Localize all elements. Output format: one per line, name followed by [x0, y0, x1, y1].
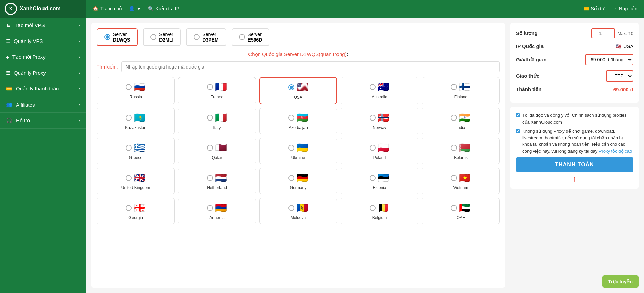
- qty-input[interactable]: [591, 28, 615, 38]
- country-card-russia[interactable]: 🇷🇺Russia: [97, 77, 175, 104]
- flag-netherlands: 🇳🇱: [215, 172, 227, 183]
- affiliates-icon: 👥: [6, 102, 12, 108]
- country-card-moldova[interactable]: 🇲🇩Moldova: [259, 198, 337, 224]
- flag-india: 🇮🇳: [459, 112, 471, 123]
- radio-belarus: [451, 145, 457, 151]
- checkbox-terms[interactable]: [516, 113, 520, 117]
- home-icon: 🏠: [93, 6, 98, 11]
- flag-finland: 🇫🇮: [459, 81, 471, 92]
- server-tab-label-d2mli: Server D2MLI: [159, 32, 173, 43]
- balance-icon: 💳: [583, 6, 589, 11]
- country-card-poland[interactable]: 🇵🇱Poland: [341, 138, 418, 164]
- search-label: Tìm kiếm:: [97, 64, 118, 70]
- flag-france: 🇫🇷: [215, 81, 227, 92]
- manage-vps-icon: ☰: [6, 38, 10, 44]
- country-card-azerbaijan[interactable]: 🇦🇿Azerbaijan: [259, 108, 337, 134]
- user-menu[interactable]: 👤 ▼: [129, 6, 141, 11]
- vps-icon: 🖥: [6, 23, 11, 28]
- country-card-qatar[interactable]: 🇶🇦Qatar: [178, 138, 256, 164]
- server-tab-d3pem[interactable]: Server D3PEM: [186, 28, 226, 46]
- chevron-icon-4: ›: [79, 71, 80, 75]
- country-card-greece[interactable]: 🇬🇷Greece: [97, 138, 175, 164]
- checkbox-noproxy[interactable]: [516, 129, 520, 133]
- country-card-italy[interactable]: 🇮🇹Italy: [178, 108, 256, 134]
- radio-finland: [451, 84, 457, 90]
- country-name-usa: USA: [294, 95, 302, 100]
- sidebar-item-support[interactable]: 🎧 Hỗ trợ ›: [0, 113, 86, 129]
- flag-russia: 🇷🇺: [134, 81, 146, 92]
- flag-armenia: 🇦🇲: [215, 202, 227, 213]
- flag-qatar: 🇶🇦: [215, 142, 227, 153]
- country-name-greece: Greece: [129, 155, 142, 160]
- search-icon: 🔍: [148, 6, 154, 11]
- sidebar-item-create-vps[interactable]: 🖥 Tạo mới VPS ›: [0, 18, 86, 33]
- country-card-finland[interactable]: 🇫🇮Finland: [422, 77, 500, 104]
- country-name-belarus: Belarus: [454, 155, 468, 160]
- sidebar-item-payment[interactable]: 💳 Quản lý thanh toán ›: [0, 81, 86, 97]
- sidebar-label-manage-proxy: Quản lý Proxy: [14, 70, 46, 76]
- country-name-kazakhstan: Kazakhstan: [125, 125, 146, 130]
- country-card-kazakhstan[interactable]: 🇰🇿Kazakhstan: [97, 108, 175, 134]
- country-card-georgia[interactable]: 🇬🇪Georgia: [97, 198, 175, 224]
- country-name-finland: Finland: [454, 95, 467, 99]
- country-name-georgia: Georgia: [128, 215, 143, 220]
- ip-value: 🇺🇸 USA: [616, 44, 633, 49]
- topbar: 🏠 Trang chủ 👤 ▼ 🔍 Kiểm tra IP 💳 Số dư: →…: [86, 0, 644, 18]
- topup-button[interactable]: → Nạp tiền: [612, 6, 637, 11]
- server-tab-d2mli[interactable]: Server D2MLI: [143, 28, 181, 46]
- country-card-netherlands[interactable]: 🇳🇱Netherland: [178, 168, 256, 194]
- country-card-uk[interactable]: 🇬🇧United Kingdom: [97, 168, 175, 194]
- online-badge[interactable]: Trực tuyến: [602, 275, 639, 288]
- flag-georgia: 🇬🇪: [134, 202, 146, 213]
- price-select[interactable]: 69.000 đ /tháng: [585, 54, 633, 65]
- sidebar-item-manage-proxy[interactable]: ☰ Quản lý Proxy ›: [0, 65, 86, 81]
- country-card-france[interactable]: 🇫🇷France: [178, 77, 256, 104]
- radio-qatar: [207, 145, 213, 151]
- sidebar-item-affiliates[interactable]: 👥 Affiliates ›: [0, 97, 86, 113]
- topup-label: Nạp tiền: [619, 6, 637, 11]
- sidebar-item-create-proxy[interactable]: + Tạo mới Proxy ›: [0, 49, 86, 65]
- home-link[interactable]: 🏠 Trang chủ: [93, 6, 122, 11]
- country-card-australia[interactable]: 🇦🇺Australia: [341, 77, 418, 104]
- server-tab-d1wqs[interactable]: Server D1WQS: [97, 28, 138, 46]
- country-card-germany[interactable]: 🇩🇪Germany: [259, 168, 337, 194]
- country-card-oae[interactable]: 🇦🇪OAE: [422, 198, 500, 224]
- country-card-belgium[interactable]: 🇧🇪Belgium: [341, 198, 418, 224]
- country-card-india[interactable]: 🇮🇳India: [422, 108, 500, 134]
- country-name-italy: Italy: [213, 125, 221, 130]
- country-card-usa[interactable]: 🇺🇸USA: [259, 77, 337, 104]
- country-card-norway[interactable]: 🇳🇴Norway: [341, 108, 418, 134]
- search-input[interactable]: [121, 61, 500, 72]
- payment-icon: 💳: [6, 86, 12, 92]
- server-tab-e596d[interactable]: Server E596D: [232, 28, 270, 46]
- pay-button[interactable]: THANH TOÁN: [516, 157, 633, 172]
- country-card-ukraine[interactable]: 🇺🇦Ukraine: [259, 138, 337, 164]
- radio-norway: [370, 115, 376, 121]
- country-card-vietnam[interactable]: 🇻🇳Vietnam: [422, 168, 500, 194]
- check-ip-link[interactable]: 🔍 Kiểm tra IP: [148, 6, 179, 11]
- country-card-armenia[interactable]: 🇦🇲Armenia: [178, 198, 256, 224]
- radio-italy: [207, 115, 213, 121]
- country-card-belarus[interactable]: 🇧🇾Belarus: [422, 138, 500, 164]
- flag-belgium: 🇧🇪: [378, 202, 389, 213]
- radio-australia: [370, 84, 376, 90]
- sidebar-item-manage-vps[interactable]: ☰ Quản lý VPS ›: [0, 33, 86, 49]
- sidebar-label-support: Hỗ trợ: [16, 117, 30, 124]
- qty-group: Max: 10: [591, 28, 633, 38]
- country-name-australia: Australia: [372, 95, 387, 99]
- flag-italy: 🇮🇹: [215, 112, 227, 123]
- chevron-icon-6: ›: [79, 102, 80, 107]
- flag-australia: 🇦🇺: [378, 81, 389, 92]
- topup-icon: →: [612, 6, 617, 11]
- usa-flag: 🇺🇸: [616, 44, 621, 49]
- radio-moldova: [288, 205, 294, 211]
- proxy-link[interactable]: Proxy tốc độ cao: [599, 149, 632, 154]
- radio-ukraine: [288, 145, 294, 151]
- flag-azerbaijan: 🇦🇿: [296, 112, 308, 123]
- country-card-estonia[interactable]: 🇪🇪Estonia: [341, 168, 418, 194]
- radio-russia: [126, 84, 132, 90]
- total-row: Thành tiền 69.000 đ: [516, 86, 633, 92]
- protocol-select[interactable]: HTTP: [606, 70, 633, 82]
- country-name-norway: Norway: [373, 125, 386, 130]
- server-panel: Server D1WQS Server D2MLI Server D3PEM: [91, 23, 505, 288]
